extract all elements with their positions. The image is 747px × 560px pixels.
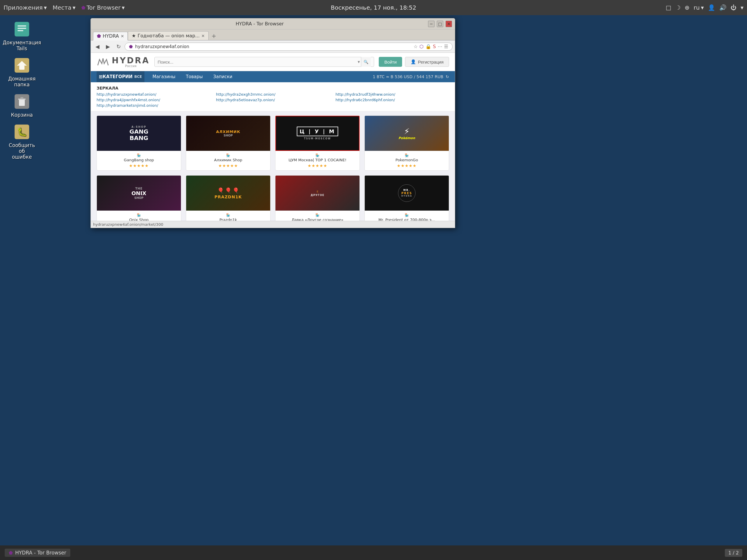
noscript-icon[interactable]: S xyxy=(433,44,436,49)
taskbar-browser-item[interactable]: ⬟ HYDRA - Tor Browser xyxy=(5,549,70,557)
nav-goods[interactable]: Товары xyxy=(183,71,205,82)
shop-card-onix[interactable]: THE ONIX SHOP 🏪 Onix Shop ★★★★☆ xyxy=(97,175,181,221)
onix-label2: ONIX xyxy=(132,190,147,196)
refresh-button[interactable]: ↻ xyxy=(114,43,123,51)
search-button[interactable]: 🔍 xyxy=(361,57,371,67)
refresh-rate-icon[interactable]: ↻ xyxy=(445,74,449,79)
shop-card-prazdn[interactable]: 🎈 🎈 🎈 PRAZDN1K 🏪 Prazdn1k ★★★★★ xyxy=(186,175,271,221)
user-icon[interactable]: 👤 xyxy=(708,4,715,11)
forward-button[interactable]: ▶ xyxy=(104,43,112,51)
onix-img: THE ONIX SHOP xyxy=(97,176,181,211)
mirror-link-0[interactable]: http://hydraruzxpnew4af.onion/ xyxy=(97,92,210,97)
president-name: Mr. President от 700-800р э... xyxy=(367,218,446,221)
svg-rect-6 xyxy=(19,65,25,70)
tab-goodnota[interactable]: ★ Годнотаба — onion мар... ✕ xyxy=(128,31,209,40)
tor-chevron-icon: ▾ xyxy=(122,4,125,11)
places-menu[interactable]: Места ▾ xyxy=(53,4,76,11)
screen-icon[interactable]: □ xyxy=(666,4,671,11)
gangbang-img: A-SHOP GANGBANG xyxy=(97,116,181,151)
page-content: HYDRA Россия ▾ 🔍 Войти 👤 Регистрация xyxy=(91,53,455,221)
shop-card-tsum[interactable]: Ц | У | М TSUM·MOSCOW 🏪 ЦУМ Москва| ТОР … xyxy=(275,115,360,170)
tsum-info: 🏪 ЦУМ Москва| ТОР 1 COCAINE! ★★★★★ xyxy=(276,151,360,170)
prazdn-img: 🎈 🎈 🎈 PRAZDN1K xyxy=(186,176,270,211)
tor-menu[interactable]: ⬟ Tor Browser ▾ xyxy=(81,4,125,11)
btc-rate: 1 BTC ≈ В 536 USD / 544 157 RUB ↻ xyxy=(372,74,449,79)
page-counter: 1 / 2 xyxy=(725,549,742,557)
maximize-button[interactable]: □ xyxy=(437,21,443,27)
search-input[interactable] xyxy=(158,59,358,64)
status-url: hydraruzxpnew4af.onion/market/300 xyxy=(93,222,163,226)
back-button[interactable]: ◀ xyxy=(93,43,102,51)
close-button[interactable]: ✕ xyxy=(445,21,452,27)
gangbang-name: GangBang shop xyxy=(99,158,179,162)
pokemon-name: PokemonGo xyxy=(367,158,446,162)
mirror-link-1[interactable]: http://hydra2exgh3rnmc.onion/ xyxy=(216,92,330,97)
home-img xyxy=(13,57,31,74)
prazdn-name: Prazdn1k xyxy=(188,218,268,221)
apps-menu[interactable]: Приложения ▾ xyxy=(3,4,47,11)
url-bar[interactable]: ⬟ hydraruzxpnew4af.onion ☆ ⬡ 🔒 S ⋯ ☰ xyxy=(125,43,453,51)
mirror-link-5[interactable]: http://hydra6c2bnrd6phf.onion/ xyxy=(336,98,449,102)
shop-card-pokemon[interactable]: ⚡ Pokémon 🏪 PokemonGo ★★★★★ xyxy=(364,115,449,170)
places-label: Места xyxy=(53,4,71,11)
search-bar[interactable]: ▾ 🔍 xyxy=(154,57,374,67)
nav-notes[interactable]: Записки xyxy=(211,71,235,82)
nav-categories[interactable]: ⊞ КАТЕГОРИИ ВСЕ xyxy=(97,71,145,82)
trash-icon[interactable]: Корзина xyxy=(9,93,35,118)
docs-img xyxy=(13,20,31,38)
brightness-icon[interactable]: ☽ xyxy=(675,4,680,11)
pokemon-info: 🏪 PokemonGo ★★★★★ xyxy=(365,151,449,170)
error-icon[interactable]: 🐛 Сообщить об ошибке xyxy=(9,123,35,160)
trash-label: Корзина xyxy=(11,112,33,118)
docs-icon[interactable]: Документация Tails xyxy=(9,20,35,51)
new-tab-button[interactable]: + xyxy=(210,32,218,40)
mirror-link-6[interactable]: http://hydramarketsnjimd.onion/ xyxy=(97,103,210,108)
taskbar-item-label: HYDRA - Tor Browser xyxy=(15,550,66,556)
system-chevron-icon[interactable]: ▾ xyxy=(741,4,744,11)
power-icon[interactable]: ⏻ xyxy=(731,4,737,11)
hamburger-icon[interactable]: ☰ xyxy=(444,44,448,49)
notes-label: Записки xyxy=(213,74,232,79)
network-icon[interactable]: ⊕ xyxy=(685,4,690,11)
tab-hydra[interactable]: ⬟ HYDRA ✕ xyxy=(93,32,128,41)
prazdn-label: PRAZDN1K xyxy=(214,194,242,199)
lavka-content: ✌ ДРУГОЕ xyxy=(310,190,324,196)
bookmark-icon[interactable]: ☆ xyxy=(413,44,417,49)
register-button[interactable]: 👤 Регистрация xyxy=(405,57,449,67)
tsum-sub: TSUM·MOSCOW xyxy=(304,137,331,140)
volume-icon[interactable]: 🔊 xyxy=(719,4,727,11)
tab-hydra-close[interactable]: ✕ xyxy=(121,34,124,38)
svg-rect-0 xyxy=(15,22,29,36)
minimize-button[interactable]: ─ xyxy=(428,21,435,27)
login-button[interactable]: Войти xyxy=(379,57,402,67)
taskbar-tor-icon: ⬟ xyxy=(9,550,13,556)
mirror-link-3[interactable]: http://hydra4jipwnhfx4mst.onion/ xyxy=(97,98,210,102)
tab-onion-icon: ⬟ xyxy=(97,33,101,39)
shop-card-lavka[interactable]: ✌ ДРУГОЕ 🏪 Лавка «Другое сознание» ★★★★★ xyxy=(275,175,360,221)
mirror-link-4[interactable]: http://hydra5etioavaz7p.onion/ xyxy=(216,98,330,102)
nav-shops[interactable]: Магазины xyxy=(150,71,178,82)
shop-card-president[interactable]: MR. PRES HYDRA 🏪 Mr. President от 700-80… xyxy=(364,175,449,221)
hydra-logo-svg xyxy=(97,57,109,67)
onix-name: Onix Shop xyxy=(99,218,179,221)
menu-dots-icon[interactable]: ⋯ xyxy=(438,44,442,49)
home-icon[interactable]: Домашняя папка xyxy=(9,57,35,87)
tab-goodnota-close[interactable]: ✕ xyxy=(201,33,205,38)
browser-window: HYDRA - Tor Browser ─ □ ✕ ⬟ HYDRA ✕ ★ Го… xyxy=(91,18,455,228)
mirror-link-2[interactable]: http://hydra3rudf3j4hww.onion/ xyxy=(336,92,449,97)
prazdn-info: 🏪 Prazdn1k ★★★★★ xyxy=(186,211,270,221)
hydra-navbar: ⊞ КАТЕГОРИИ ВСЕ Магазины Товары Записки … xyxy=(91,71,455,82)
categories-label: КАТЕГОРИИ xyxy=(103,74,133,79)
browser-title: HYDRA - Tor Browser xyxy=(94,21,426,27)
lang-display[interactable]: ru ▾ xyxy=(694,4,704,11)
shop-card-gangbang[interactable]: A-SHOP GANGBANG 🏪 GangBang shop ★★★★★ xyxy=(97,115,181,170)
tsum-img: Ц | У | М TSUM·MOSCOW xyxy=(276,116,360,151)
apps-label: Приложения xyxy=(3,4,43,11)
onix-label3: SHOP xyxy=(134,196,143,199)
poke-content: ⚡ Pokémon xyxy=(398,127,415,140)
shop-card-alkhimik[interactable]: АЛХИМИК SHOP 🏪 Алхимик Shop ★★★★★ xyxy=(186,115,271,170)
shop-grid-section: A-SHOP GANGBANG 🏪 GangBang shop ★★★★★ xyxy=(91,111,455,221)
taskbar: ⬟ HYDRA - Tor Browser 1 / 2 xyxy=(0,545,747,560)
tab-hydra-label: HYDRA xyxy=(103,33,119,39)
lavka-img: ✌ ДРУГОЕ xyxy=(276,176,360,211)
